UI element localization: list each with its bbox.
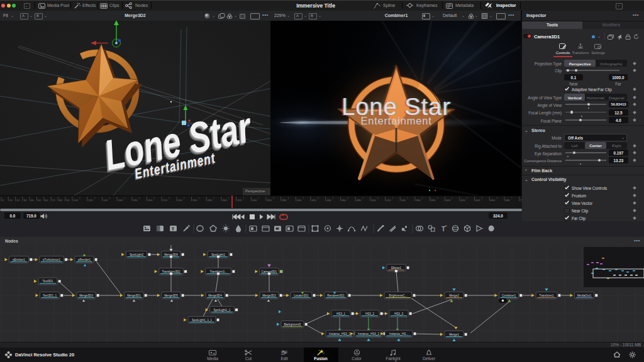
svg-text:pEmitter1: pEmitter1 xyxy=(13,258,25,261)
svg-text:Merge3D1: Merge3D1 xyxy=(127,294,141,297)
svg-text:Instance_HS3_2: Instance_HS3_2 xyxy=(358,332,379,336)
svg-text:Locator3D1: Locator3D1 xyxy=(294,294,309,297)
svg-text:30: 30 xyxy=(23,199,26,202)
svg-text:SpotLight1_1: SpotLight1_1 xyxy=(213,309,231,312)
svg-text:SpotLight1_1_1: SpotLight1_1_1 xyxy=(192,319,213,322)
svg-text:700: 700 xyxy=(520,199,522,202)
svg-text:240: 240 xyxy=(177,199,182,202)
svg-text:Transform1: Transform1 xyxy=(539,294,554,297)
svg-text:180: 180 xyxy=(133,199,138,202)
svg-text:140: 140 xyxy=(103,199,108,202)
svg-text:320: 320 xyxy=(237,199,242,202)
svg-text:70: 70 xyxy=(52,199,55,202)
svg-text:480: 480 xyxy=(357,199,362,202)
svg-text:520: 520 xyxy=(386,199,391,202)
svg-text:360: 360 xyxy=(267,199,272,202)
svg-text:pTurbulence1: pTurbulence1 xyxy=(43,258,60,261)
svg-text:90: 90 xyxy=(66,199,69,202)
svg-text:120: 120 xyxy=(88,199,93,202)
svg-text:380: 380 xyxy=(282,199,287,202)
svg-text:640: 640 xyxy=(475,199,480,202)
svg-text:200: 200 xyxy=(148,199,153,202)
svg-text:400: 400 xyxy=(297,199,302,202)
svg-text:500: 500 xyxy=(371,199,376,202)
svg-text:60: 60 xyxy=(45,199,48,202)
svg-text:680: 680 xyxy=(506,199,511,202)
svg-text:Combiner1: Combiner1 xyxy=(502,294,516,297)
svg-text:T: T xyxy=(172,226,175,232)
svg-text:Renderer3D1: Renderer3D1 xyxy=(327,294,345,297)
svg-text:Instance_HS3_1: Instance_HS3_1 xyxy=(329,332,350,336)
svg-text:T: T xyxy=(441,226,445,233)
svg-text:600: 600 xyxy=(446,199,451,202)
svg-text:300: 300 xyxy=(222,199,227,202)
svg-text:Merge1: Merge1 xyxy=(449,333,459,336)
svg-text:20: 20 xyxy=(16,199,19,202)
svg-text:Merge3D4: Merge3D4 xyxy=(208,294,222,297)
svg-text:420: 420 xyxy=(312,199,317,202)
svg-text:260: 260 xyxy=(192,199,197,202)
svg-text:BrightnessC...: BrightnessC... xyxy=(389,294,408,297)
svg-text:Ellipse1: Ellipse1 xyxy=(391,266,402,270)
svg-text:660: 660 xyxy=(491,199,496,202)
svg-text:580: 580 xyxy=(431,199,436,202)
svg-text:HS3_2: HS3_2 xyxy=(365,312,374,315)
svg-text:100: 100 xyxy=(74,199,79,202)
svg-text:Text3D1: Text3D1 xyxy=(43,280,53,283)
svg-text:540: 540 xyxy=(401,199,406,202)
svg-text:50: 50 xyxy=(38,199,41,202)
svg-text:Merge2: Merge2 xyxy=(449,294,459,297)
svg-text:620: 620 xyxy=(460,199,465,202)
svg-text:Entertainment: Entertainment xyxy=(360,115,431,126)
svg-text:MediaOut1: MediaOut1 xyxy=(577,294,592,297)
svg-text:80: 80 xyxy=(59,199,62,202)
svg-text:HS3_1: HS3_1 xyxy=(336,312,345,315)
svg-text:220: 220 xyxy=(163,199,168,202)
svg-text:160: 160 xyxy=(118,199,123,202)
svg-text:340: 340 xyxy=(252,199,257,202)
svg-text:HS3_3: HS3_3 xyxy=(394,312,403,315)
svg-text:Background1: Background1 xyxy=(284,323,301,326)
svg-text:Instance_HS...: Instance_HS... xyxy=(389,332,408,336)
svg-text:0: 0 xyxy=(3,199,4,202)
svg-text:560: 560 xyxy=(416,199,421,202)
svg-text:SpotLight2: SpotLight2 xyxy=(130,253,143,256)
svg-text:Merge3D3: Merge3D3 xyxy=(79,294,93,297)
svg-text:Text3D1_1: Text3D1_1 xyxy=(43,294,57,297)
svg-text:pRender1: pRender1 xyxy=(78,258,91,261)
svg-text:Merge3D2: Merge3D2 xyxy=(262,294,276,297)
svg-text:40: 40 xyxy=(31,199,34,202)
svg-text:Merge3D5: Merge3D5 xyxy=(164,294,178,297)
svg-text:460: 460 xyxy=(341,199,347,202)
svg-text:10: 10 xyxy=(9,199,13,202)
svg-text:440: 440 xyxy=(326,199,331,202)
svg-text:280: 280 xyxy=(208,199,213,202)
